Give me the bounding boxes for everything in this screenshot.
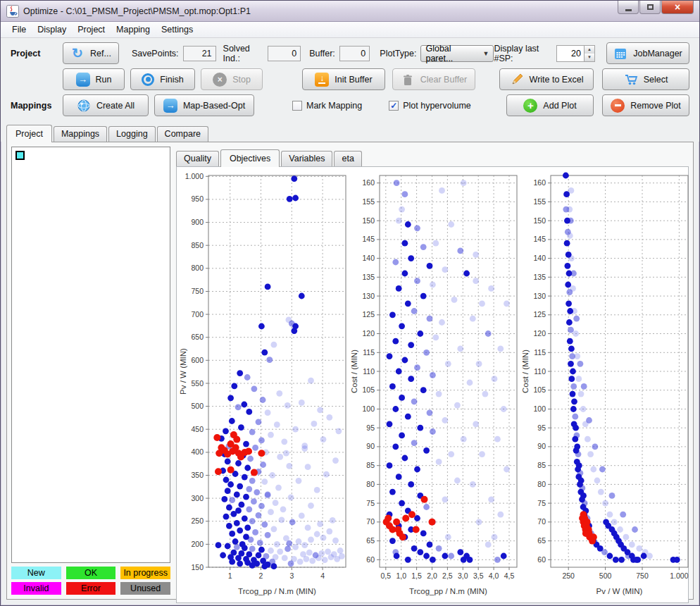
- toolbar: Project ↻ Ref... SavePoints: 21 Solved I…: [1, 38, 699, 122]
- scatter-plot: 2505007501.00060657075808590951001051101…: [520, 168, 692, 600]
- svg-text:Trcog_pp / N.m (MIN): Trcog_pp / N.m (MIN): [238, 587, 316, 595]
- run-icon: →: [76, 73, 90, 87]
- svg-text:1.000: 1.000: [185, 172, 204, 180]
- globe-icon: [77, 99, 91, 113]
- menu-item-settings[interactable]: Settings: [156, 23, 199, 36]
- svg-text:65: 65: [537, 536, 546, 545]
- menu-item-file[interactable]: File: [6, 23, 32, 36]
- svg-text:85: 85: [366, 461, 375, 469]
- svg-text:135: 135: [362, 273, 375, 281]
- solved-label: Solved Ind.:: [223, 44, 264, 63]
- svg-text:110: 110: [534, 367, 546, 376]
- svg-text:105: 105: [533, 385, 546, 394]
- svg-text:3,5: 3,5: [473, 571, 484, 580]
- svg-text:500: 500: [599, 571, 612, 580]
- svg-text:60: 60: [537, 555, 546, 564]
- arrow-right-icon: →: [163, 99, 177, 113]
- svg-text:150: 150: [533, 216, 546, 225]
- svg-text:125: 125: [533, 310, 546, 319]
- minimize-button[interactable]: [618, 1, 639, 14]
- maximize-icon: [647, 4, 654, 10]
- stop-icon: ×: [213, 73, 227, 87]
- svg-text:90: 90: [366, 442, 375, 450]
- svg-text:155: 155: [533, 197, 546, 206]
- plot-hypervolume-checkbox[interactable]: ✓ Plot hypervolume: [389, 101, 471, 111]
- toolbar-row-project: Project ↻ Ref... SavePoints: 21 Solved I…: [11, 42, 689, 64]
- scatter-plot: 1234150200250300350400450500550600650700…: [178, 168, 349, 600]
- svg-text:115: 115: [363, 348, 375, 357]
- tab-logging[interactable]: Logging: [108, 126, 156, 142]
- remove-plot-button[interactable]: Remove Plot: [602, 94, 689, 116]
- tree-item-status-box[interactable]: [15, 151, 25, 160]
- clear-buffer-button[interactable]: Clear Buffer: [392, 68, 475, 90]
- svg-text:450: 450: [191, 425, 204, 433]
- svg-text:150: 150: [191, 563, 204, 571]
- svg-text:200: 200: [191, 540, 204, 548]
- write-to-excel-button[interactable]: Write to Excel: [499, 68, 594, 90]
- svg-text:155: 155: [362, 197, 375, 206]
- svg-text:145: 145: [362, 235, 375, 243]
- svg-text:Trcog_pp / N.m (MIN): Trcog_pp / N.m (MIN): [409, 587, 487, 595]
- svg-text:500: 500: [191, 402, 204, 410]
- svg-text:250: 250: [562, 571, 575, 580]
- add-plot-button[interactable]: + Add Plot: [506, 94, 594, 116]
- inner-tab-bar: QualityObjectivesVariableseta: [176, 147, 689, 166]
- svg-text:80: 80: [537, 480, 546, 488]
- create-all-button[interactable]: Create All: [63, 94, 149, 116]
- window-title: Optimize - C:\01_PMSM_Project\PMSM_opt.m…: [23, 6, 251, 16]
- refresh-button[interactable]: ↻ Ref...: [63, 42, 119, 64]
- map-based-opt-button[interactable]: → Map-Based-Opt: [154, 94, 254, 116]
- plot-tab-variables[interactable]: Variables: [281, 151, 332, 166]
- buffer-field[interactable]: 0: [339, 46, 370, 61]
- run-button[interactable]: → Run: [63, 68, 125, 90]
- svg-text:125: 125: [362, 310, 375, 319]
- svg-text:105: 105: [362, 385, 375, 394]
- stop-button[interactable]: × Stop: [201, 68, 263, 90]
- tab-project[interactable]: Project: [6, 125, 52, 142]
- menu-item-project[interactable]: Project: [72, 23, 111, 36]
- svg-text:1,5: 1,5: [411, 571, 422, 580]
- solved-field[interactable]: 0: [268, 46, 301, 61]
- display-last-label: Display last #SP:: [494, 44, 552, 63]
- plot-tab-objectives[interactable]: Objectives: [220, 149, 280, 167]
- init-buffer-button[interactable]: ↓ Init Buffer: [302, 68, 385, 90]
- svg-text:140: 140: [533, 254, 546, 262]
- svg-text:145: 145: [533, 235, 546, 243]
- menu-item-display[interactable]: Display: [32, 23, 72, 36]
- plot-tab-quality[interactable]: Quality: [176, 151, 219, 166]
- svg-text:75: 75: [366, 499, 375, 507]
- menu-item-mapping[interactable]: Mapping: [111, 23, 156, 36]
- svg-text:95: 95: [366, 423, 375, 432]
- checkbox-checked-icon: ✓: [389, 101, 399, 111]
- toolbar-row-mappings: Mappings Create All → Map-Based-Opt Mark…: [11, 94, 689, 116]
- savepoints-field[interactable]: 21: [183, 46, 216, 61]
- project-tree[interactable]: [11, 147, 170, 563]
- jobmanager-button[interactable]: JobManager: [606, 42, 689, 64]
- plottype-combo[interactable]: Global paret... ▼: [420, 45, 494, 62]
- select-button[interactable]: Select: [602, 68, 689, 90]
- display-last-spinner[interactable]: 20 ▲ ▼: [556, 45, 595, 62]
- spinner-down-button[interactable]: ▼: [585, 54, 594, 61]
- svg-text:2,0: 2,0: [427, 571, 437, 580]
- svg-text:115: 115: [534, 348, 546, 357]
- close-icon: ×: [675, 1, 680, 13]
- svg-text:4: 4: [320, 571, 325, 580]
- tab-compare[interactable]: Compare: [157, 126, 208, 142]
- tab-mappings[interactable]: Mappings: [54, 126, 107, 142]
- plot-tab-eta[interactable]: eta: [334, 151, 361, 166]
- legend-ok: OK: [66, 567, 116, 579]
- close-button[interactable]: ×: [661, 1, 694, 14]
- plots-panel: 1234150200250300350400450500550600650700…: [176, 166, 689, 603]
- svg-text:70: 70: [366, 517, 375, 526]
- svg-text:550: 550: [191, 379, 204, 388]
- finish-button[interactable]: Finish: [130, 68, 195, 90]
- app-window: Optimize - C:\01_PMSM_Project\PMSM_opt.m…: [0, 0, 700, 606]
- spinner-up-button[interactable]: ▲: [585, 46, 594, 54]
- title-bar[interactable]: Optimize - C:\01_PMSM_Project\PMSM_opt.m…: [1, 1, 699, 22]
- mark-mapping-checkbox[interactable]: Mark Mapping: [292, 101, 362, 111]
- legend-error: Error: [66, 582, 116, 595]
- maximize-button[interactable]: [639, 1, 661, 14]
- svg-text:750: 750: [636, 571, 649, 580]
- download-icon: ↓: [315, 73, 329, 87]
- svg-text:120: 120: [362, 329, 375, 338]
